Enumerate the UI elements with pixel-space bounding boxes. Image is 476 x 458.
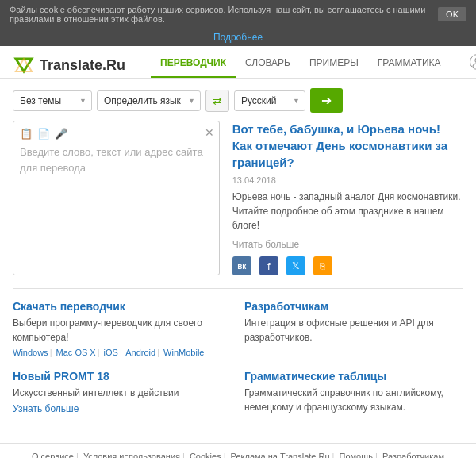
article-section: Вот тебе, бабушка, и Юрьева ночь! Как от… <box>232 121 463 275</box>
social-icons: вк f 𝕏 ⎘ <box>232 256 463 275</box>
close-input-button[interactable]: ✕ <box>205 126 214 139</box>
detect-lang-dropdown[interactable]: Определить язык ▼ <box>97 90 201 111</box>
user-icon[interactable] <box>470 54 476 70</box>
detect-lang-select[interactable]: Определить язык <box>104 95 194 106</box>
download-text: Выбери программу-переводчик для своего к… <box>13 316 232 344</box>
winmobile-link[interactable]: WinMobile <box>163 348 204 357</box>
windows-link[interactable]: Windows <box>13 348 48 357</box>
source-theme-dropdown[interactable]: Без темы ▼ <box>13 90 92 111</box>
translate-button[interactable]: ➔ <box>310 88 343 113</box>
promt-text: Искусственный интеллект в действии <box>13 386 232 400</box>
footer-cookies-link[interactable]: Cookies <box>190 452 221 458</box>
facebook-icon[interactable]: f <box>259 256 278 275</box>
nav-grammar[interactable]: ГРАММАТИКА <box>368 52 451 78</box>
input-placeholder-text: Введите слово, текст или адрес сайта для… <box>20 144 213 175</box>
bottom-grid: Скачать переводчик Выбери программу-пере… <box>13 288 463 418</box>
cookie-ok-button[interactable]: OK <box>438 7 466 21</box>
bottom-item-dev: Разработчикам Интеграция в офисные решен… <box>244 300 463 357</box>
svg-marker-0 <box>16 59 32 71</box>
logo-icon <box>13 54 35 76</box>
nav-dictionary[interactable]: СЛОВАРЬ <box>236 52 300 78</box>
article-date: 13.04.2018 <box>232 175 463 185</box>
cookie-more-link[interactable]: Подробнее <box>0 29 476 46</box>
bottom-item-download: Скачать переводчик Выбери программу-пере… <box>13 300 232 357</box>
download-title[interactable]: Скачать переводчик <box>13 300 232 313</box>
article-text: Юрьева ночь - западный аналог Дня космон… <box>232 190 463 233</box>
main-nav: ПЕРЕВОДЧИК СЛОВАРЬ ПРИМЕРЫ ГРАММАТИКА <box>151 52 451 78</box>
footer-terms-link[interactable]: Условия использования <box>83 452 180 458</box>
input-toolbar: 📋 📄 🎤 <box>20 128 213 140</box>
twitter-icon[interactable]: 𝕏 <box>286 256 305 275</box>
grammar-text: Грамматический справочник по английскому… <box>244 386 463 414</box>
rss-icon[interactable]: ⎘ <box>313 256 332 275</box>
translation-area: 📋 📄 🎤 ✕ Введите слово, текст или адрес с… <box>13 121 463 275</box>
promt-title[interactable]: Новый PROMT 18 <box>13 370 232 383</box>
bottom-item-promt: Новый PROMT 18 Искусственный интеллект в… <box>13 370 232 418</box>
mic-icon[interactable]: 🎤 <box>55 128 67 140</box>
logo-link[interactable]: Translate.Ru <box>13 54 125 76</box>
target-lang-dropdown[interactable]: Русский ▼ <box>234 90 305 111</box>
header: Translate.Ru ПЕРЕВОДЧИК СЛОВАРЬ ПРИМЕРЫ … <box>0 46 476 79</box>
main-content: Без темы ▼ Определить язык ▼ ⇄ Русский ▼… <box>0 79 476 443</box>
promt-learn-more-link[interactable]: Узнать больше <box>13 403 232 414</box>
source-theme-select[interactable]: Без темы <box>20 95 85 106</box>
footer-help-link[interactable]: Помощь <box>340 452 374 458</box>
dev-title[interactable]: Разработчикам <box>244 300 463 313</box>
user-svg <box>472 56 476 67</box>
bottom-item-grammar: Грамматические таблицы Грамматический сп… <box>244 370 463 418</box>
logo-text: Translate.Ru <box>40 57 125 74</box>
grammar-title[interactable]: Грамматические таблицы <box>244 370 463 383</box>
article-title[interactable]: Вот тебе, бабушка, и Юрьева ночь! Как от… <box>232 121 463 171</box>
cookie-banner: Файлы cookie обеспечивают работу наших с… <box>0 0 476 29</box>
nav-translator[interactable]: ПЕРЕВОДЧИК <box>151 52 236 78</box>
footer-links: О сервисе| Условия использования| Cookie… <box>13 452 463 458</box>
vk-icon[interactable]: вк <box>232 256 251 275</box>
nav-examples[interactable]: ПРИМЕРЫ <box>300 52 368 78</box>
ios-link[interactable]: iOS <box>104 348 118 357</box>
footer-ads-link[interactable]: Реклама на Translate.Ru <box>231 452 330 458</box>
copy-icon[interactable]: 📋 <box>20 128 33 140</box>
android-link[interactable]: Android <box>125 348 155 357</box>
read-more-text: Читать больше <box>232 239 463 250</box>
footer-dev-link[interactable]: Разработчикам <box>382 452 444 458</box>
paste-icon[interactable]: 📄 <box>37 128 50 140</box>
dev-text: Интеграция в офисные решения и API для р… <box>244 316 463 344</box>
header-right: Русск ☰ <box>470 54 476 76</box>
download-links: Windows| Mac OS X| iOS| Android| WinMobi… <box>13 348 232 357</box>
footer-about-link[interactable]: О сервисе <box>32 452 74 458</box>
macos-link[interactable]: Mac OS X <box>56 348 96 357</box>
target-lang-select[interactable]: Русский <box>241 95 298 106</box>
swap-languages-button[interactable]: ⇄ <box>205 90 229 112</box>
translator-controls: Без темы ▼ Определить язык ▼ ⇄ Русский ▼… <box>13 88 463 113</box>
footer: О сервисе| Условия использования| Cookie… <box>0 443 476 458</box>
cookie-text: Файлы cookie обеспечивают работу наших с… <box>10 5 432 24</box>
input-panel[interactable]: 📋 📄 🎤 ✕ Введите слово, текст или адрес с… <box>13 121 220 275</box>
